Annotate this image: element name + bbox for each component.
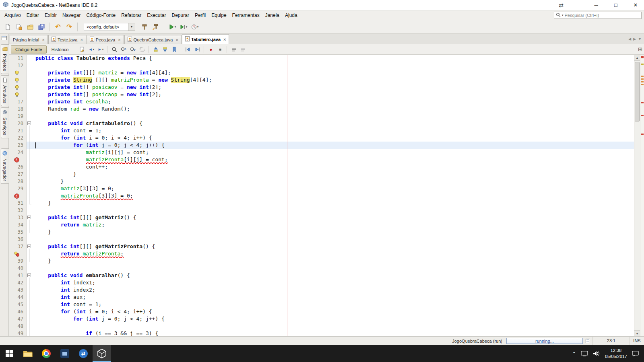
record-macro-button[interactable]: ●: [206, 45, 215, 53]
code-line-34[interactable]: 34 return matriz;: [9, 221, 634, 228]
shift-left-button[interactable]: [184, 45, 192, 53]
bulb-annotation-icon[interactable]: [9, 91, 27, 98]
comment-button[interactable]: [229, 45, 238, 53]
code-line-29[interactable]: 29 matriz[3][3] = 0;: [9, 185, 634, 192]
fold-collapse-icon[interactable]: −: [27, 214, 32, 221]
undo-button[interactable]: ↶: [53, 22, 63, 32]
code-line-45[interactable]: 45 int cont = 1;: [9, 301, 634, 308]
menu-janela[interactable]: Janela: [262, 10, 282, 20]
close-button[interactable]: ✕: [627, 0, 644, 10]
action-center-icon[interactable]: [632, 350, 639, 357]
prev-occurrence-button[interactable]: [151, 45, 160, 53]
close-tab-icon[interactable]: ×: [80, 37, 83, 42]
teamviewer-tray-icon[interactable]: [581, 351, 588, 356]
history-view-toggle[interactable]: Histórico: [47, 45, 73, 53]
tray-expand-icon[interactable]: ⌃: [572, 351, 576, 356]
build-button[interactable]: [139, 22, 150, 32]
open-project-button[interactable]: [25, 22, 35, 32]
redo-button[interactable]: ↷: [64, 22, 74, 32]
last-edit-button[interactable]: [78, 45, 86, 53]
code-line-32[interactable]: 32: [9, 207, 634, 214]
editor-tab-p-gina-inicial[interactable]: Página Inicial×: [10, 35, 48, 44]
scroll-down-icon[interactable]: ▼: [634, 330, 640, 336]
code-line-26[interactable]: 26 cont++;: [9, 163, 634, 171]
menu-navegar[interactable]: Navegar: [60, 10, 83, 20]
fold-minus-icon[interactable]: −: [27, 121, 31, 125]
rect-selection-button[interactable]: [138, 45, 146, 53]
code-line-17[interactable]: 17 private int escolha;: [9, 98, 634, 105]
code-line-49[interactable]: 49 if (i == 3 && j == 3) {: [9, 330, 634, 336]
menu-ajuda[interactable]: Ajuda: [282, 10, 300, 20]
error-stripe-status-icon[interactable]: [641, 56, 644, 58]
code-line-11[interactable]: 11public class Tabuleiro extends Peca {: [9, 55, 634, 62]
editor-tab-teste-java[interactable]: Teste.java×: [48, 35, 86, 44]
menu-ferramentas[interactable]: Ferramentas: [229, 10, 262, 20]
menu-depurar[interactable]: Depurar: [169, 10, 192, 20]
profile-button[interactable]: ▾: [190, 22, 200, 32]
code-line-44[interactable]: 44 int aux;: [9, 294, 634, 301]
new-project-button[interactable]: [14, 22, 24, 32]
run-button[interactable]: ▾: [167, 22, 178, 32]
chevron-down-icon[interactable]: ▼: [128, 23, 135, 31]
code-line-21[interactable]: 21 int cont = 1;: [9, 127, 634, 134]
sidebar-item-arquivos[interactable]: Arquivos: [1, 75, 9, 106]
code-line-42[interactable]: 42 int index1;: [9, 279, 634, 286]
code-line-35[interactable]: 35 }: [9, 228, 634, 236]
code-area[interactable]: 11public class Tabuleiro extends Peca {1…: [9, 55, 634, 336]
fold-minus-icon[interactable]: −: [27, 216, 31, 219]
error-stripe-mark[interactable]: [641, 102, 644, 103]
code-line-14[interactable]: private String [][] matrizPronta = new S…: [9, 76, 634, 84]
volume-icon[interactable]: [593, 351, 600, 356]
search-scope-dropdown-icon[interactable]: ▾: [562, 14, 564, 17]
error-stripe-mark[interactable]: [641, 134, 644, 135]
maximize-button[interactable]: □: [607, 0, 624, 10]
find-next-button[interactable]: [128, 45, 137, 53]
quick-search-box[interactable]: ▾: [554, 12, 642, 19]
editor-tab-quebracabeca-java[interactable]: QuebraCabeca.java×: [124, 35, 182, 44]
close-tab-icon[interactable]: ×: [223, 37, 226, 42]
code-line-16[interactable]: private int[] posicaop = new int[2];: [9, 91, 634, 98]
code-line-19[interactable]: 19: [9, 113, 634, 120]
shift-right-button[interactable]: [193, 45, 201, 53]
code-line-40[interactable]: 40: [9, 265, 634, 272]
split-editor-icon[interactable]: ⊞: [638, 46, 642, 52]
code-line-48[interactable]: 48: [9, 323, 634, 330]
close-tab-icon[interactable]: ×: [175, 37, 178, 42]
code-line-20[interactable]: 20− public void criartabuleiro() {: [9, 120, 634, 127]
minimize-button[interactable]: ─: [588, 0, 605, 10]
nav-back-button[interactable]: ◄▾: [87, 45, 95, 53]
error-stripe-mark[interactable]: [641, 81, 644, 82]
bulb-annotation-icon[interactable]: [9, 84, 27, 91]
source-view-toggle[interactable]: Código-Fonte: [11, 45, 47, 53]
error-stripe-mark[interactable]: [641, 78, 644, 80]
error-stripe[interactable]: [640, 55, 644, 336]
toggle-bookmark-button[interactable]: [170, 45, 178, 53]
code-line-37[interactable]: 37− public int[][] getMatrizPronta() {: [9, 243, 634, 250]
close-tab-icon[interactable]: ×: [42, 37, 44, 42]
code-line-25[interactable]: ! matrizPronta[i][j] = cont;: [9, 156, 634, 163]
code-line-41[interactable]: 41− public void embaralhar() {: [9, 272, 634, 279]
menu-exibir[interactable]: Exibir: [42, 10, 60, 20]
code-line-27[interactable]: 27 }: [9, 171, 634, 178]
sidebar-item-servi-os[interactable]: Serviços: [1, 107, 9, 138]
menu-arquivo[interactable]: Arquivo: [2, 10, 24, 20]
editor-tab-tabuleiro-java[interactable]: Tabuleiro.java×: [182, 34, 229, 44]
error-annotation-icon[interactable]: !: [9, 156, 27, 163]
code-line-18[interactable]: 18 Random rad = new Random();: [9, 105, 634, 113]
menu-equipe[interactable]: Equipe: [208, 10, 229, 20]
sidebar-item-navegador[interactable]: Navegador: [1, 148, 9, 184]
tab-scroll-left-icon[interactable]: ◀: [628, 37, 631, 41]
bulb-error-annotation-icon[interactable]: [9, 250, 27, 257]
code-line-23[interactable]: 23 for (int j = 0; j < 4; j++) {: [9, 142, 634, 149]
clean-build-button[interactable]: [151, 22, 161, 32]
taskbar-netbeans-icon[interactable]: [93, 345, 111, 362]
menu-editar[interactable]: Editar: [24, 10, 42, 20]
vertical-scrollbar[interactable]: ▲ ▼: [634, 55, 640, 336]
fold-collapse-icon[interactable]: −: [27, 272, 32, 279]
code-line-39[interactable]: 39 }: [9, 257, 634, 265]
config-combobox[interactable]: <config. default> ▼: [84, 23, 135, 31]
code-line-36[interactable]: 36: [9, 236, 634, 243]
close-tab-icon[interactable]: ×: [118, 37, 120, 42]
code-line-46[interactable]: 46 for (int i = 0; i < 4; i++) {: [9, 308, 634, 315]
uncomment-button[interactable]: [239, 45, 247, 53]
